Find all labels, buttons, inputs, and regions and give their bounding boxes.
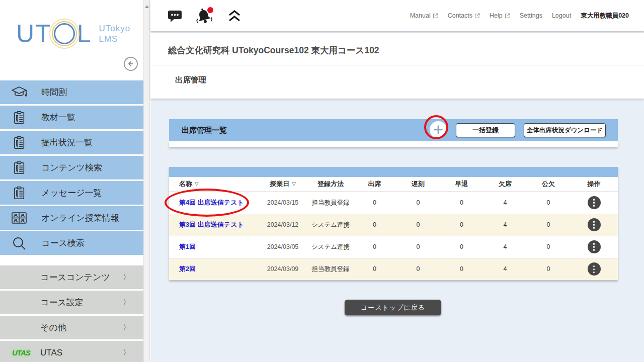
online-class-icon: [11, 212, 28, 225]
class-date: 2024/03/09: [257, 258, 308, 280]
present-count: 0: [353, 236, 396, 258]
late-count: 0: [396, 258, 440, 280]
absent-count: 4: [484, 192, 527, 214]
sort-icon: ▽: [292, 181, 296, 187]
sidebar-item-label: 教材一覧: [41, 112, 75, 123]
attendance-item-link[interactable]: 第1回: [179, 243, 196, 250]
chat-button[interactable]: [168, 9, 182, 23]
sidebar-item-label: オンライン授業情報: [41, 212, 119, 224]
double-chevron-up-icon: [227, 9, 242, 23]
column-header-early: 早退: [440, 177, 484, 192]
sidebar-item-label: メッセージ一覧: [41, 187, 102, 199]
sidebar-item-label: コース設定: [40, 297, 84, 308]
bulk-register-button[interactable]: 一括登録: [456, 123, 515, 137]
user-name: 東大用教職員020: [581, 12, 629, 20]
logo-area: UT L UTokyo LMS: [0, 0, 143, 80]
row-actions-kebab-button[interactable]: [588, 218, 601, 231]
table-top-bar: [169, 167, 618, 177]
column-header-present: 出席: [353, 177, 396, 192]
nav-contacts-link[interactable]: Contacts: [448, 12, 480, 19]
late-count: 0: [396, 192, 440, 214]
bell-icon: [195, 7, 214, 25]
class-date: 2024/03/12: [257, 214, 308, 236]
utol-logo: UT L UTokyo LMS: [16, 19, 130, 48]
download-attendance-button[interactable]: 全体出席状況ダウンロード: [524, 123, 606, 137]
arrow-left-icon: [127, 60, 135, 68]
chat-bubble-icon: [168, 9, 182, 23]
topbar: Manual Contacts Help: [150, 0, 644, 31]
scroll-up-arrow-icon[interactable]: [145, 5, 149, 8]
register-method: システム連携: [308, 214, 353, 236]
sidebar-item-materials[interactable]: 教材一覧: [0, 106, 143, 129]
nav-manual-link[interactable]: Manual: [410, 12, 438, 19]
clipboard-list-icon: [11, 161, 28, 175]
notifications-button[interactable]: [195, 7, 214, 25]
column-header-date[interactable]: 授業日▽: [257, 177, 308, 192]
clipboard-list-icon: [11, 186, 28, 200]
sidebar-section-gap: [0, 256, 143, 265]
column-header-method: 登録方法: [308, 177, 353, 192]
sidebar-item-course-search[interactable]: コース検索: [0, 231, 143, 255]
present-count: 0: [353, 258, 396, 280]
nav-settings-link[interactable]: Settings: [520, 12, 542, 19]
sidebar: UT L UTokyo LMS 時間割: [0, 0, 143, 362]
register-method: 担当教員登録: [308, 192, 353, 214]
attendance-panel-header: 出席管理一覧 一括登録 全体出席状況ダウンロード: [169, 119, 618, 141]
sidebar-item-submissions[interactable]: 提出状況一覧: [0, 131, 143, 154]
add-attendance-button[interactable]: [430, 121, 447, 138]
sidebar-item-messages[interactable]: メッセージ一覧: [0, 181, 143, 205]
sidebar-item-course-contents[interactable]: コースコンテンツ 〉: [0, 265, 143, 289]
sidebar-item-course-settings[interactable]: コース設定 〉: [0, 291, 143, 314]
column-header-actions: 操作: [570, 177, 618, 192]
row-actions-kebab-button[interactable]: [588, 240, 601, 253]
attendance-panel: 出席管理一覧 一括登録 全体出席状況ダウンロード: [169, 119, 618, 147]
page-title: 出席管理: [150, 65, 644, 85]
chevron-right-icon: 〉: [123, 323, 130, 332]
early-leave-count: 0: [440, 192, 484, 214]
present-count: 0: [353, 214, 396, 236]
sidebar-item-content-search[interactable]: コンテンツ検索: [0, 156, 143, 179]
course-title: 総合文化研究科 UTokyoCourse102 東大用コース102: [150, 33, 644, 56]
sidebar-item-others[interactable]: その他 〉: [0, 316, 143, 339]
logo-sub-utokyo: UTokyo: [99, 23, 130, 34]
row-actions-kebab-button[interactable]: [588, 196, 601, 209]
sidebar-item-label: 提出状況一覧: [41, 137, 93, 148]
column-header-absent: 欠席: [484, 177, 527, 192]
sidebar-item-timetable[interactable]: 時間割: [0, 80, 143, 104]
plus-icon: [434, 125, 443, 134]
search-icon: [11, 236, 28, 251]
utas-logo-icon: UTAS: [12, 348, 30, 357]
external-link-icon: [474, 13, 480, 19]
attendance-item-link[interactable]: 第3回 出席送信テスト: [179, 221, 244, 228]
sidebar-scrollbar[interactable]: [143, 0, 150, 362]
panel-title: 出席管理一覧: [182, 126, 227, 135]
collapse-topbar-button[interactable]: [227, 9, 242, 23]
attendance-item-link[interactable]: 第4回 出席送信テスト: [179, 199, 244, 206]
nav-help-link[interactable]: Help: [490, 12, 510, 19]
sidebar-item-label: コンテンツ検索: [41, 162, 102, 173]
column-header-name[interactable]: 名称▽: [169, 177, 257, 192]
row-actions-kebab-button[interactable]: [588, 262, 601, 276]
table-row: 第4回 出席送信テスト 2024/03/15 担当教員登録 0 0 0 4 0: [169, 192, 618, 214]
attendance-table-card: 名称▽ 授業日▽ 登録方法 出席 遅刻 早退 欠席 公欠 操作 第4回 出席送信…: [169, 167, 618, 280]
late-count: 0: [396, 236, 440, 258]
clipboard-list-icon: [11, 111, 28, 125]
table-row: 第3回 出席送信テスト 2024/03/12 システム連携 0 0 0 4 0: [169, 214, 618, 236]
sidebar-collapse-button[interactable]: [124, 57, 138, 71]
chevron-right-icon: 〉: [123, 273, 130, 282]
top-navigation: Manual Contacts Help: [410, 0, 629, 31]
back-to-course-top-button[interactable]: コーストップに戻る: [345, 300, 441, 315]
external-link-icon: [505, 13, 510, 19]
clipboard-list-icon: [11, 136, 28, 150]
attendance-item-link[interactable]: 第2回: [179, 265, 196, 273]
early-leave-count: 0: [440, 258, 484, 280]
sidebar-item-label: その他: [40, 322, 66, 333]
sidebar-item-label: UTAS: [40, 348, 62, 358]
sort-icon: ▽: [195, 181, 199, 187]
sidebar-item-utas[interactable]: UTAS UTAS 〉: [0, 341, 143, 362]
sidebar-item-online-class[interactable]: オンライン授業情報: [0, 206, 143, 230]
external-link-icon: [433, 13, 438, 19]
chevron-right-icon: 〉: [123, 298, 130, 307]
nav-logout-link[interactable]: Logout: [552, 12, 571, 19]
class-date: 2024/03/05: [257, 236, 308, 258]
